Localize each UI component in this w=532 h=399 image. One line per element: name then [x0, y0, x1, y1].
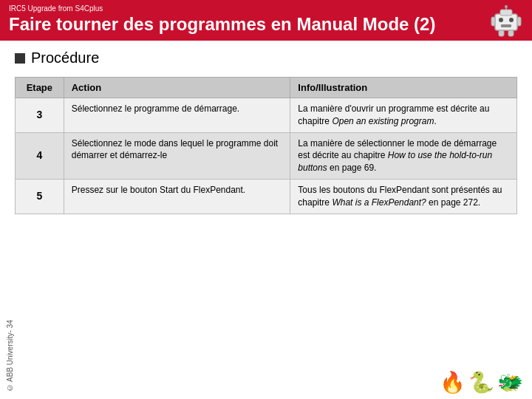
- svg-rect-0: [495, 14, 517, 30]
- procedure-heading: Procédure: [31, 50, 99, 66]
- svg-rect-1: [500, 10, 512, 16]
- table-row: 5 Pressez sur le bouton Start du FlexPen…: [16, 179, 517, 214]
- content-area: Procédure Etape Action Info/Illustration…: [0, 41, 532, 223]
- abb-icon-1: 🔥: [440, 372, 466, 393]
- steps-table: Etape Action Info/Illustration 3 Sélecti…: [15, 77, 517, 214]
- info-cell: Tous les boutons du FlexPendant sont pré…: [290, 179, 517, 214]
- header-subtitle: IRC5 Upgrade from S4Cplus: [9, 4, 523, 13]
- action-cell: Sélectionnez le programme de démarrage.: [64, 98, 290, 133]
- abb-icon-3: 🐲: [497, 372, 523, 393]
- action-cell: Sélectionnez le mode dans lequel le prog…: [64, 132, 290, 179]
- procedure-section: Procédure: [15, 50, 517, 66]
- bullet-icon: [15, 53, 25, 64]
- table-header-row: Etape Action Info/Illustration: [16, 78, 517, 98]
- svg-rect-6: [501, 24, 511, 27]
- table-body: 3 Sélectionnez le programme de démarrage…: [16, 98, 517, 214]
- robot-icon: [488, 4, 525, 41]
- step-number: 4: [16, 132, 64, 179]
- footer-copyright: © ABB University- 34: [6, 320, 14, 392]
- action-cell: Pressez sur le bouton Start du FlexPenda…: [64, 179, 290, 214]
- step-number: 3: [16, 98, 64, 133]
- footer-icons: 🔥 🐍 🐲: [440, 372, 523, 393]
- step-number: 5: [16, 179, 64, 214]
- col-etape: Etape: [16, 78, 64, 98]
- svg-point-5: [509, 18, 514, 22]
- info-cell: La manière d'ouvrir un programme est déc…: [290, 98, 517, 133]
- svg-rect-10: [508, 30, 514, 36]
- info-italic: How to use the hold-to-run buttons: [298, 150, 492, 173]
- info-italic: What is a FlexPendant?: [332, 197, 426, 208]
- page-header: IRC5 Upgrade from S4Cplus Faire tourner …: [0, 0, 532, 41]
- info-cell: La manière de sélectionner le mode de dé…: [290, 132, 517, 179]
- col-action: Action: [64, 78, 290, 98]
- col-info: Info/Illustration: [290, 78, 517, 98]
- table-row: 4 Sélectionnez le mode dans lequel le pr…: [16, 132, 517, 179]
- svg-point-4: [499, 18, 503, 22]
- svg-rect-7: [491, 17, 495, 26]
- svg-point-3: [505, 5, 508, 8]
- header-title: Faire tourner des programmes en Manual M…: [9, 14, 523, 35]
- abb-icon-2: 🐍: [468, 372, 494, 393]
- table-row: 3 Sélectionnez le programme de démarrage…: [16, 98, 517, 133]
- svg-rect-9: [499, 30, 504, 36]
- info-italic: Open an existing program: [332, 116, 434, 126]
- svg-rect-8: [517, 17, 521, 26]
